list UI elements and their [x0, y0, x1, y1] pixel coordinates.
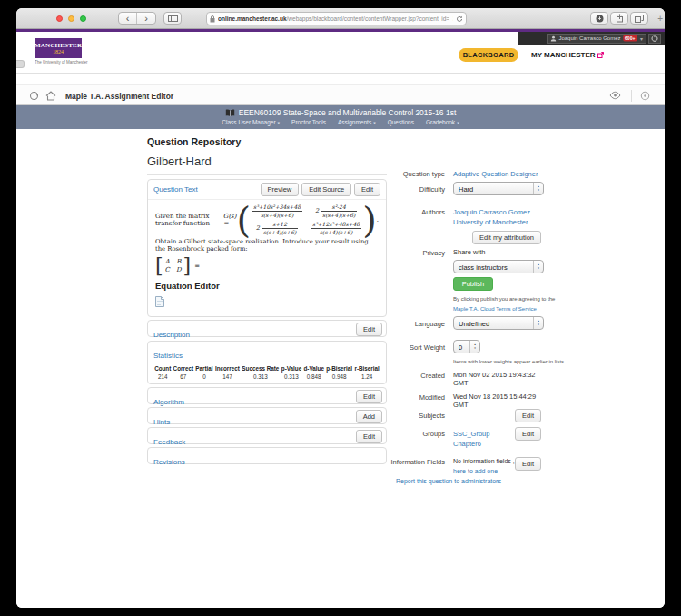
rosenbrock-matrix: [ AB CD ] =	[155, 257, 379, 275]
document-icon[interactable]	[155, 296, 164, 307]
zoom-window-button[interactable]	[80, 15, 86, 22]
revisions-link[interactable]: Revisions	[153, 458, 185, 466]
bb-toolbar: Maple T.A. Assignment Editor	[16, 84, 665, 105]
my-manchester-link[interactable]: MY MANCHESTER	[531, 51, 604, 59]
select-arrows-icon: ▲▼	[533, 317, 543, 329]
power-icon	[651, 35, 658, 42]
page-title: Question Repository	[147, 136, 387, 147]
home-icon[interactable]	[45, 91, 56, 101]
sort-weight-select[interactable]: 0 ▲▼	[453, 340, 480, 353]
minimize-window-button[interactable]	[68, 15, 74, 22]
author-name-link[interactable]: Joaquin Carrasco Gomez	[453, 207, 541, 217]
nav-buttons: ‹ ›	[118, 12, 156, 25]
terms-link[interactable]: Maple T.A. Cloud Terms of Service	[453, 306, 537, 312]
logout-button[interactable]	[648, 34, 661, 44]
equation-editor-divider	[155, 293, 379, 293]
blackboard-tab-button[interactable]: BLACKBOARD	[459, 48, 518, 62]
question-text-panel: Question Text Preview Edit Source Edit G…	[147, 179, 387, 317]
eye-icon[interactable]	[609, 91, 621, 100]
algorithm-panel: Algorithm Edit	[147, 387, 387, 404]
close-window-button[interactable]	[56, 15, 63, 22]
share-button[interactable]	[610, 12, 628, 25]
publish-button[interactable]: Publish	[453, 277, 493, 291]
question-type-link[interactable]: Adaptive Question Designer	[453, 169, 541, 179]
groups-edit-button[interactable]: Edit	[515, 427, 541, 441]
description-link[interactable]: Description	[153, 331, 190, 339]
modified-row: Modified Wed Nov 18 2015 15:44:29 GMT	[390, 392, 541, 409]
logo-subtitle: The University of Manchester	[35, 60, 88, 65]
logo-wordmark: MANCHESTER	[35, 38, 82, 49]
left-column: Question Repository Gilbert-Hard Questio…	[147, 129, 387, 464]
menu-gradebook[interactable]: Gradebook▾	[426, 119, 459, 125]
feedback-link[interactable]: Feedback	[153, 438, 185, 446]
frame-collapse-tab[interactable]	[16, 60, 25, 68]
report-question-link[interactable]: Report this question to administrators	[396, 478, 501, 484]
downloads-button[interactable]	[590, 12, 608, 25]
info-fields-edit-button[interactable]: Edit	[515, 457, 541, 471]
caret-down-icon: ▾	[457, 120, 459, 125]
sort-weight-note: Items with lower weights appear earlier …	[453, 359, 566, 364]
question-name: Gilbert-Hard	[147, 154, 387, 175]
revisions-panel: Revisions	[147, 447, 387, 464]
menu-assignments[interactable]: Assignments▾	[338, 119, 376, 125]
created-row: Created Mon Nov 02 2015 19:43:32 GMT	[390, 371, 541, 387]
url-text: online.manchester.ac.uk/webapps/blackboa…	[218, 15, 453, 22]
address-bar[interactable]: online.manchester.ac.uk/webapps/blackboa…	[206, 12, 467, 25]
feedback-edit-button[interactable]: Edit	[356, 430, 382, 443]
language-select[interactable]: Undefined ▲▼	[453, 316, 544, 330]
menu-proctor-tools[interactable]: Proctor Tools	[291, 119, 326, 125]
question-instruction: Obtain a Gilbert state-space realization…	[155, 238, 379, 253]
description-edit-button[interactable]: Edit	[356, 323, 382, 336]
select-arrows-icon: ▲▼	[533, 261, 543, 273]
statistics-panel: Statistics CountCorrect PartialIncorrect…	[147, 341, 387, 384]
new-tab-button[interactable]: +	[657, 14, 663, 24]
hints-link[interactable]: Hints	[153, 418, 170, 426]
chevron-down-icon: ▾	[640, 35, 643, 42]
subjects-edit-button[interactable]: Edit	[515, 409, 541, 422]
preview-button[interactable]: Preview	[261, 183, 300, 196]
author-org-link[interactable]: University of Manchester	[453, 217, 541, 227]
statistics-link[interactable]: Statistics	[153, 352, 183, 360]
menu-questions[interactable]: Questions	[388, 119, 414, 125]
statistics-table: CountCorrect PartialIncorrect Success Ra…	[153, 364, 380, 381]
share-with-select[interactable]: class instructors ▲▼	[453, 260, 544, 273]
user-avatar-icon	[550, 35, 557, 42]
tab-overview-button[interactable]	[630, 12, 648, 25]
back-button[interactable]: ‹	[119, 13, 137, 24]
user-menu[interactable]: Joaquin Carrasco Gomez 600+ ▾	[547, 34, 646, 44]
screenshot-frame: { "glyphs": { "back":"‹", "forward":"›",…	[0, 0, 681, 616]
authors-row: Authors Joaquin Carrasco Gomez Universit…	[390, 207, 541, 249]
algorithm-link[interactable]: Algorithm	[153, 398, 184, 406]
toolbar-separator	[631, 90, 632, 102]
edit-source-button[interactable]: Edit Source	[301, 183, 351, 196]
question-text-link[interactable]: Question Text	[153, 185, 198, 194]
notification-badge: 600+	[624, 35, 637, 42]
my-manchester-label: MY MANCHESTER	[531, 51, 596, 59]
university-logo[interactable]: MANCHESTER 1824	[35, 38, 82, 58]
course-title: EEEN60109 State-Space and Multivariable …	[239, 108, 457, 117]
course-menu: Class User Manager▾ Proctor Tools Assign…	[16, 119, 665, 125]
edit-question-button[interactable]: Edit	[354, 183, 380, 196]
forward-button[interactable]: ›	[137, 13, 155, 24]
sidebar-toggle-button[interactable]	[163, 12, 182, 25]
hints-add-button[interactable]: Add	[356, 410, 382, 423]
main-content: Question Repository Gilbert-Hard Questio…	[16, 129, 665, 608]
user-bar: Joaquin Carrasco Gomez 600+ ▾	[518, 32, 665, 45]
browser-window: ‹ › online.manchester.ac.uk/webapps/blac…	[16, 8, 665, 608]
question-type-row: Question type Adaptive Question Designer	[390, 169, 541, 179]
caret-down-icon: ▾	[278, 120, 281, 125]
refresh-icon[interactable]	[29, 91, 39, 101]
algorithm-edit-button[interactable]: Edit	[356, 390, 382, 403]
equation-editor-heading: Equation Editor	[155, 281, 379, 291]
tabs-icon	[635, 15, 644, 23]
header-divider	[16, 73, 665, 74]
edit-attribution-button[interactable]: Edit my attribution	[472, 231, 541, 244]
menu-class-user-manager[interactable]: Class User Manager▾	[222, 119, 280, 125]
help-circle-icon[interactable]	[640, 91, 650, 101]
description-panel: Description Edit	[147, 320, 387, 337]
difficulty-row: Difficulty Hard ▲▼	[390, 182, 541, 195]
sidebar-icon	[168, 15, 178, 22]
user-name: Joaquin Carrasco Gomez	[558, 35, 620, 41]
reload-icon[interactable]	[456, 15, 463, 23]
difficulty-select[interactable]: Hard ▲▼	[453, 182, 544, 195]
